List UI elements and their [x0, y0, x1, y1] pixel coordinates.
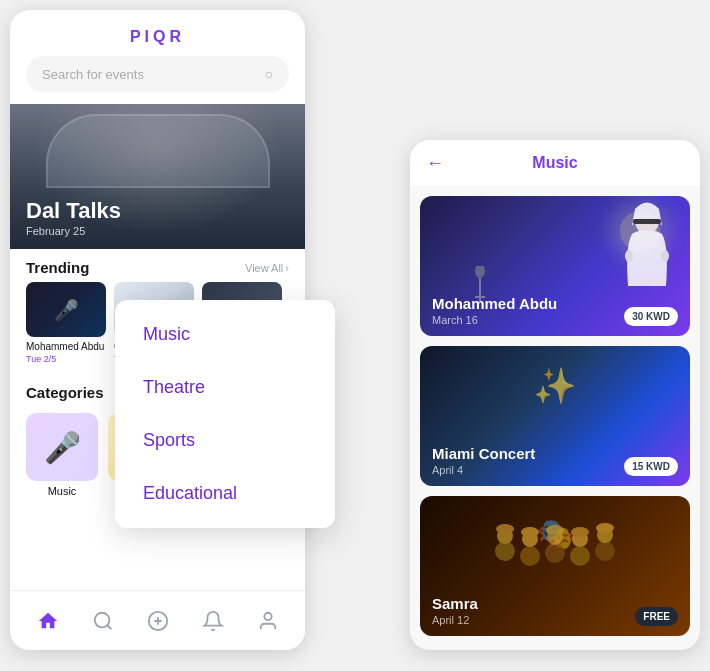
event-card-3[interactable]: Samra April 12 FREE [420, 496, 690, 636]
svg-point-31 [596, 523, 614, 533]
trending-header: Trending View All › [10, 249, 305, 282]
event-date-3: April 12 [432, 614, 627, 626]
trending-card-1[interactable]: Mohammed Abdu Tue 2/5 [26, 282, 106, 364]
event-card-2[interactable]: Miami Concert April 4 15 KWD [420, 346, 690, 486]
event-card-1[interactable]: Mohammed Abdu March 16 30 KWD [420, 196, 690, 336]
event-name-3: Samra [432, 595, 627, 612]
event-name-2: Miami Concert [432, 445, 616, 462]
nav-notifications[interactable] [202, 610, 224, 632]
svg-point-13 [661, 250, 669, 262]
back-button[interactable]: ← [426, 153, 444, 174]
svg-point-5 [94, 612, 109, 627]
hero-text: Dal Talks February 25 [26, 199, 121, 237]
event-date-1: March 16 [432, 314, 616, 326]
search-placeholder: Search for events [42, 67, 144, 82]
dropdown-item-educational[interactable]: Educational [115, 467, 335, 520]
event-date-2: April 4 [432, 464, 616, 476]
event-info-3: Samra April 12 [432, 595, 627, 626]
event-info-2: Miami Concert April 4 [432, 445, 616, 476]
event-img-3: Samra April 12 FREE [420, 496, 690, 636]
event-info-1: Mohammed Abdu March 16 [432, 295, 616, 326]
svg-point-19 [520, 546, 540, 566]
event-price-1: 30 KWD [624, 307, 678, 326]
svg-point-30 [571, 527, 589, 537]
dropdown-item-sports[interactable]: Sports [115, 414, 335, 467]
hero-subtitle: February 25 [26, 225, 121, 237]
app-logo: PIQR [130, 28, 185, 46]
svg-point-25 [595, 541, 615, 561]
search-bar[interactable]: Search for events ○ [26, 56, 289, 92]
svg-point-28 [521, 527, 539, 537]
app-header: PIQR [10, 10, 305, 56]
svg-point-29 [546, 525, 564, 535]
event-img-2: Miami Concert April 4 15 KWD [420, 346, 690, 486]
right-header: ← Music [410, 140, 700, 186]
nav-add[interactable] [147, 610, 169, 632]
svg-rect-11 [633, 219, 661, 224]
trending-date-1: Tue 2/5 [26, 354, 106, 364]
right-panel: ← Music [410, 140, 700, 650]
event-name-1: Mohammed Abdu [432, 295, 616, 312]
category-music[interactable]: 🎤 Music [26, 413, 98, 497]
svg-point-27 [496, 524, 514, 534]
event-img-1: Mohammed Abdu March 16 30 KWD [420, 196, 690, 336]
category-music-img: 🎤 [26, 413, 98, 481]
nav-home[interactable] [37, 610, 59, 632]
dropdown-item-theatre[interactable]: Theatre [115, 361, 335, 414]
category-dropdown: Music Theatre Sports Educational [115, 300, 335, 528]
search-icon[interactable]: ○ [265, 66, 273, 82]
music-page-title: Music [532, 154, 577, 172]
trending-name-1: Mohammed Abdu [26, 341, 106, 353]
categories-label: Categories [26, 384, 104, 401]
svg-point-16 [475, 266, 485, 278]
svg-point-23 [570, 546, 590, 566]
music-events-list: Mohammed Abdu March 16 30 KWD Miami Conc… [410, 186, 700, 646]
trending-label: Trending [26, 259, 89, 276]
svg-point-9 [264, 612, 271, 619]
hero-image: Dal Talks February 25 [10, 104, 305, 249]
event-price-3: FREE [635, 607, 678, 626]
trending-img-1 [26, 282, 106, 337]
nav-profile[interactable] [257, 610, 279, 632]
event-price-2: 15 KWD [624, 457, 678, 476]
dropdown-item-music[interactable]: Music [115, 308, 335, 361]
hero-title: Dal Talks [26, 199, 121, 223]
svg-point-21 [545, 543, 565, 563]
svg-point-12 [625, 250, 633, 262]
bottom-nav [10, 590, 305, 650]
nav-search[interactable] [92, 610, 114, 632]
view-all-link[interactable]: View All › [245, 262, 289, 274]
category-music-label: Music [48, 485, 77, 497]
